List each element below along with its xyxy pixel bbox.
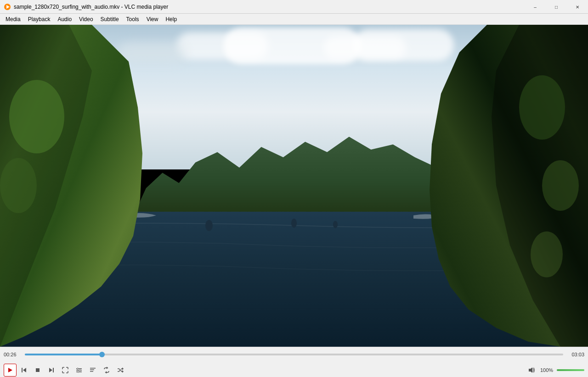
maximize-button[interactable]: □ (546, 0, 567, 14)
svg-point-14 (291, 219, 297, 228)
svg-rect-28 (90, 368, 96, 369)
window-title: sample_1280x720_surfing_with_audio.mkv -… (14, 4, 168, 10)
menu-audio[interactable]: Audio (54, 14, 75, 24)
play-button[interactable] (4, 364, 17, 377)
svg-rect-23 (76, 370, 82, 371)
title-bar: sample_1280x720_surfing_with_audio.mkv -… (0, 0, 588, 14)
controls-bar: 00:26 03:03 (0, 347, 588, 377)
menu-tools[interactable]: Tools (123, 14, 143, 24)
volume-track[interactable] (557, 369, 584, 371)
loop-button[interactable] (100, 364, 113, 377)
svg-rect-29 (90, 370, 94, 371)
svg-rect-20 (53, 368, 54, 372)
menu-view[interactable]: View (143, 14, 162, 24)
svg-rect-30 (90, 371, 93, 372)
menu-help[interactable]: Help (162, 14, 181, 24)
cliff-left (0, 25, 147, 347)
volume-icon (528, 367, 536, 373)
svg-rect-19 (36, 368, 40, 372)
progress-fill (25, 354, 102, 355)
skip-back-button[interactable] (17, 364, 30, 377)
title-bar-left: sample_1280x720_surfing_with_audio.mkv -… (0, 3, 168, 11)
volume-fill (557, 369, 584, 371)
svg-point-5 (9, 80, 64, 153)
svg-rect-17 (22, 368, 23, 372)
playlist-button[interactable] (86, 364, 99, 377)
right-controls: 100% (526, 364, 584, 377)
svg-point-26 (79, 370, 81, 371)
left-controls (4, 364, 127, 377)
svg-point-25 (77, 368, 79, 369)
playlist-icon (90, 367, 96, 373)
menu-subtitle[interactable]: Subtitle (97, 14, 123, 24)
video-area[interactable] (0, 25, 588, 347)
ext-controls-icon (76, 367, 82, 373)
svg-point-11 (531, 231, 563, 277)
skip-forward-icon (48, 367, 55, 373)
stop-icon (34, 367, 41, 373)
progress-row: 00:26 03:03 (4, 349, 584, 360)
time-total: 03:03 (567, 352, 584, 357)
stop-button[interactable] (31, 364, 44, 377)
progress-handle[interactable] (99, 352, 105, 357)
time-current: 00:26 (4, 352, 21, 357)
volume-label: 100% (540, 367, 555, 373)
video-canvas (0, 25, 588, 347)
svg-point-27 (78, 371, 79, 372)
menu-bar: Media Playback Audio Video Subtitle Tool… (0, 14, 588, 25)
svg-marker-21 (49, 368, 52, 372)
play-icon (7, 367, 13, 373)
svg-point-9 (519, 75, 565, 140)
menu-video[interactable]: Video (75, 14, 96, 24)
close-button[interactable]: ✕ (567, 0, 588, 14)
svg-marker-16 (8, 368, 12, 372)
svg-point-10 (542, 160, 579, 211)
loop-icon (103, 367, 110, 373)
progress-track[interactable] (25, 354, 563, 355)
skip-forward-button[interactable] (45, 364, 58, 377)
menu-media[interactable]: Media (2, 14, 24, 24)
volume-button[interactable] (526, 364, 538, 377)
svg-marker-31 (529, 367, 532, 373)
buttons-row: 100% (4, 362, 584, 377)
shuffle-button[interactable] (114, 364, 127, 377)
ext-controls-button[interactable] (73, 364, 85, 377)
app-icon (4, 3, 11, 11)
svg-point-13 (205, 220, 213, 231)
window-controls: – □ ✕ (525, 0, 588, 13)
svg-rect-24 (76, 371, 82, 372)
shuffle-icon (117, 367, 124, 373)
cliff-right (404, 25, 588, 347)
svg-point-15 (333, 221, 338, 228)
svg-point-6 (0, 158, 37, 213)
svg-marker-18 (23, 368, 26, 372)
menu-playback[interactable]: Playback (24, 14, 54, 24)
fullscreen-button[interactable] (59, 364, 72, 377)
volume-area: 100% (526, 364, 584, 377)
fullscreen-icon (62, 367, 68, 373)
skip-back-icon (21, 367, 27, 373)
minimize-button[interactable]: – (525, 0, 546, 14)
